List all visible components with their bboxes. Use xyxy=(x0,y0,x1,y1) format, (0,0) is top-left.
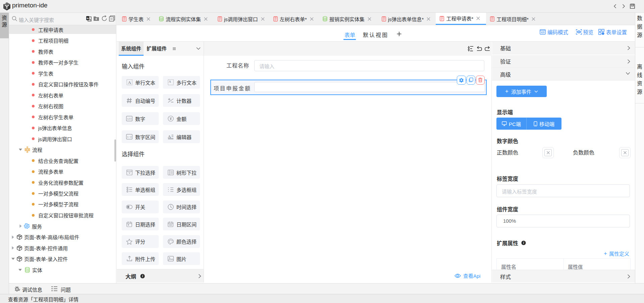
svg-text:A: A xyxy=(128,80,131,85)
svg-text:i: i xyxy=(142,274,143,278)
svg-text:123: 123 xyxy=(127,117,132,120)
svg-text:1~3: 1~3 xyxy=(127,135,132,138)
svg-text:i: i xyxy=(523,241,524,245)
svg-text:in: in xyxy=(87,17,89,19)
svg-text:A: A xyxy=(169,80,171,83)
